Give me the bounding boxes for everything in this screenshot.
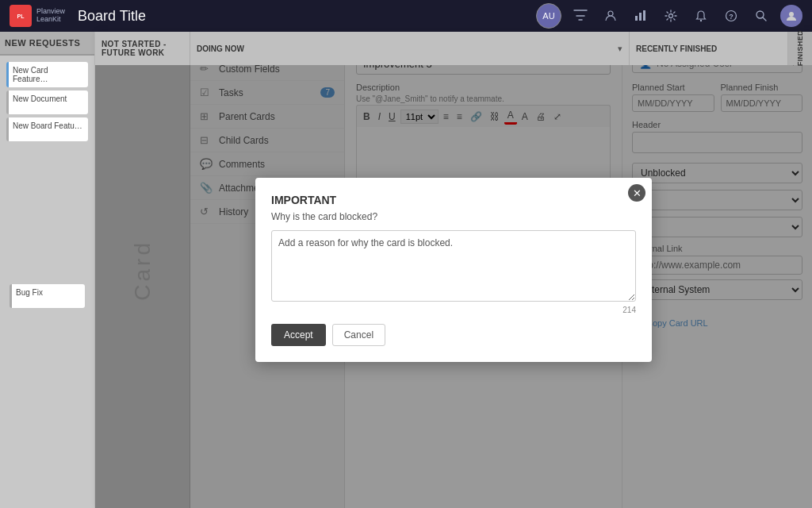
svg-rect-3	[643, 10, 645, 21]
cancel-button[interactable]: Cancel	[332, 324, 385, 346]
dialog-title: IMPORTANT	[271, 194, 636, 206]
important-dialog: ✕ IMPORTANT Why is the card blocked? Add…	[255, 178, 652, 362]
logo-text-2: LeanKit	[36, 16, 65, 24]
svg-point-10	[789, 12, 794, 17]
dialog-char-count: 214	[271, 306, 636, 314]
app-logo: PL Planview LeanKit	[10, 5, 65, 27]
board-title: Board Title	[78, 8, 146, 25]
notifications-icon[interactable]	[690, 5, 712, 27]
svg-line-9	[763, 17, 766, 21]
dialog-overlay: ✕ IMPORTANT Why is the card blocked? Add…	[95, 32, 812, 508]
gear-icon[interactable]	[660, 5, 682, 27]
help-icon[interactable]: ?	[720, 5, 742, 27]
svg-point-5	[700, 20, 702, 21]
search-icon[interactable]	[750, 5, 772, 27]
dialog-textarea[interactable]: Add a reason for why the card is blocked…	[271, 230, 636, 302]
svg-text:?: ?	[729, 13, 733, 21]
svg-point-4	[669, 14, 673, 18]
filter-icon[interactable]	[569, 5, 592, 27]
user-filter-icon[interactable]	[599, 5, 622, 27]
card-detail-panel: Card ℹ Details ✏ Custom Fields ☑ Tasks 7…	[95, 32, 812, 508]
dialog-buttons: Accept Cancel	[271, 324, 636, 346]
svg-point-0	[608, 11, 613, 16]
svg-rect-1	[635, 16, 638, 21]
chart-icon[interactable]	[630, 5, 652, 27]
top-nav: PL Planview LeanKit Board Title AU ?	[0, 0, 812, 32]
board-avatar[interactable]: AU	[536, 3, 561, 29]
dialog-question: Why is the card blocked?	[271, 211, 636, 222]
board-area: New Requests New Card Feature… New Docum…	[0, 32, 812, 508]
svg-rect-2	[639, 13, 642, 21]
logo-box: PL	[10, 5, 32, 27]
accept-button[interactable]: Accept	[271, 324, 326, 346]
dialog-close-button[interactable]: ✕	[628, 184, 645, 202]
user-avatar[interactable]	[780, 5, 802, 27]
